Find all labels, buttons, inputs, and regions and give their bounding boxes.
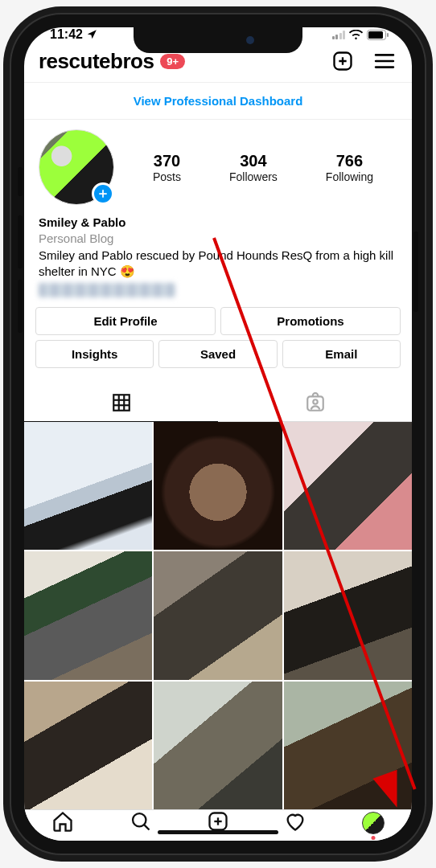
volume-up-button <box>18 215 23 268</box>
profile-summary: 370 Posts 304 Followers 766 Following <box>24 120 412 210</box>
svg-rect-1 <box>368 31 383 39</box>
grid-icon <box>111 392 132 413</box>
stat-followers[interactable]: 304 Followers <box>229 152 278 183</box>
bio-name: Smiley & Pablo <box>39 215 397 231</box>
tab-tagged[interactable] <box>218 384 412 421</box>
notch <box>134 27 302 53</box>
username-label: rescutebros <box>39 49 154 74</box>
bio-link-redacted <box>39 283 175 297</box>
home-icon <box>51 810 74 833</box>
post-thumbnail[interactable] <box>24 551 152 679</box>
post-thumbnail[interactable] <box>154 422 282 550</box>
stat-following[interactable]: 766 Following <box>326 152 373 183</box>
post-thumbnail[interactable] <box>284 551 412 679</box>
following-count: 766 <box>326 152 373 170</box>
posts-count: 370 <box>153 152 181 170</box>
heart-icon <box>284 810 306 833</box>
post-thumbnail[interactable] <box>154 551 282 679</box>
nav-profile[interactable] <box>362 812 385 834</box>
stat-posts[interactable]: 370 Posts <box>153 152 181 183</box>
bottom-nav <box>24 809 412 841</box>
profile-buttons: Edit Profile Promotions Insights Saved E… <box>24 307 412 373</box>
followers-label: Followers <box>229 170 278 183</box>
location-icon <box>86 29 97 40</box>
menu-button[interactable] <box>372 48 397 74</box>
status-time: 11:42 <box>50 27 83 42</box>
bio-category: Personal Blog <box>39 231 397 247</box>
profile-stats: 370 Posts 304 Followers 766 Following <box>129 152 397 183</box>
svg-rect-2 <box>387 33 389 37</box>
nav-home[interactable] <box>51 810 74 836</box>
bio-text: Smiley and Pablo rescued by Pound Hounds… <box>39 248 397 280</box>
svg-point-17 <box>313 399 317 403</box>
following-label: Following <box>326 170 373 183</box>
status-left: 11:42 <box>43 27 97 42</box>
mute-switch <box>18 167 23 196</box>
posts-label: Posts <box>153 170 181 183</box>
followers-count: 304 <box>229 152 278 170</box>
post-thumbnail[interactable] <box>284 422 412 550</box>
wifi-icon <box>349 30 363 40</box>
profile-bio: Smiley & Pablo Personal Blog Smiley and … <box>24 210 412 307</box>
volume-down-button <box>18 280 23 333</box>
search-icon <box>130 810 152 833</box>
edit-profile-button[interactable]: Edit Profile <box>35 307 216 335</box>
email-button[interactable]: Email <box>282 340 401 368</box>
phone-frame: 11:42 rescutebros 9+ <box>11 14 425 854</box>
profile-avatar-icon <box>362 812 385 834</box>
status-right <box>332 30 393 40</box>
professional-dashboard-link[interactable]: View Professional Dashboard <box>24 82 412 120</box>
insights-button[interactable]: Insights <box>35 340 154 368</box>
plus-square-icon <box>207 810 229 833</box>
nav-activity[interactable] <box>284 810 306 836</box>
screen: 11:42 rescutebros 9+ <box>24 27 412 841</box>
post-thumbnail[interactable] <box>24 682 152 809</box>
power-button <box>413 231 418 312</box>
home-indicator[interactable] <box>158 830 278 834</box>
svg-point-18 <box>133 813 146 826</box>
battery-icon <box>367 30 389 40</box>
tab-grid[interactable] <box>24 384 218 421</box>
nav-search[interactable] <box>130 810 152 836</box>
saved-button[interactable]: Saved <box>158 340 277 368</box>
post-thumbnail[interactable] <box>24 422 152 550</box>
post-thumbnail[interactable] <box>284 682 412 809</box>
create-post-button[interactable] <box>330 48 356 74</box>
svg-rect-11 <box>113 395 130 411</box>
notification-badge: 9+ <box>160 54 185 69</box>
post-thumbnail[interactable] <box>154 682 282 809</box>
svg-line-19 <box>144 825 149 829</box>
profile-avatar[interactable] <box>39 129 114 205</box>
promotions-button[interactable]: Promotions <box>220 307 401 335</box>
photo-grid <box>24 422 412 809</box>
cellular-icon <box>332 30 346 39</box>
feed-tabs <box>24 384 412 422</box>
add-story-icon[interactable] <box>92 182 114 205</box>
tagged-icon <box>305 392 326 413</box>
